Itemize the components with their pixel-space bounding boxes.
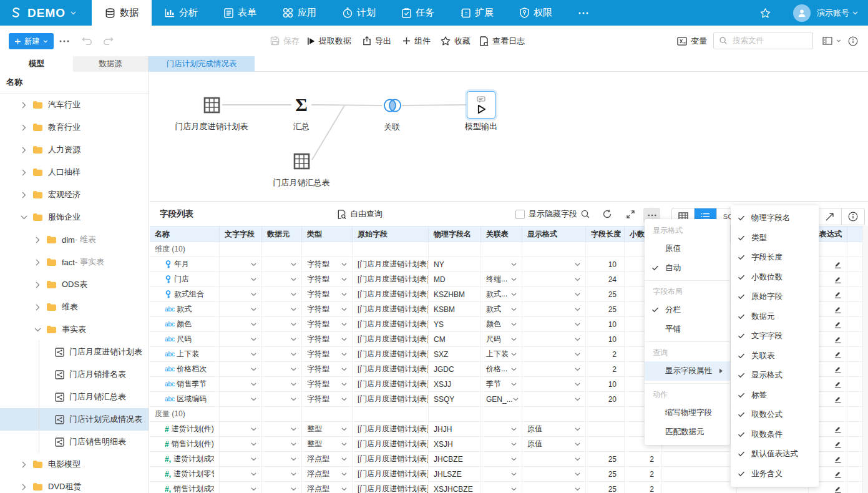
cell-dropdown-icon[interactable]: [251, 457, 256, 461]
cell-dropdown-icon[interactable]: [575, 338, 580, 341]
cell-dropdown-icon[interactable]: [291, 293, 296, 296]
cell-fmt[interactable]: [522, 332, 586, 346]
nav-item-form[interactable]: 表单: [211, 0, 270, 26]
cell-fmt[interactable]: [522, 482, 586, 493]
edit-expression-icon[interactable]: [834, 380, 842, 388]
cell-type[interactable]: 字符型: [302, 362, 353, 376]
node-table[interactable]: [289, 151, 314, 171]
cell-fmt[interactable]: [522, 257, 586, 271]
tree-item[interactable]: 门店月销排名表: [0, 363, 149, 386]
submenu-item[interactable]: 默认值表达式: [731, 444, 819, 464]
column-header-len[interactable]: 字段长度: [586, 227, 625, 242]
chevron-right-icon[interactable]: [20, 147, 27, 154]
cell-dropdown-icon[interactable]: [291, 353, 296, 356]
expand-icon[interactable]: [625, 208, 636, 220]
cell-dropdown-icon[interactable]: [341, 338, 347, 341]
nav-item-permission[interactable]: 权限: [507, 0, 565, 26]
cell-tf[interactable]: [220, 257, 262, 271]
menu-item[interactable]: 显示字段属性: [645, 361, 730, 381]
cell-type[interactable]: 字符型: [302, 257, 353, 271]
tree-item[interactable]: 宏观经济: [0, 183, 149, 206]
tree-item[interactable]: 教育行业: [0, 116, 149, 139]
cell-dropdown-icon[interactable]: [291, 323, 296, 326]
nav-item-analysis[interactable]: 分析: [152, 0, 211, 26]
cell-rel[interactable]: 价格...: [481, 362, 522, 376]
cell-dropdown-icon[interactable]: [341, 472, 347, 476]
info-button[interactable]: [848, 32, 858, 49]
new-button[interactable]: 新建: [9, 33, 54, 49]
cell-rel[interactable]: [481, 257, 522, 271]
tab-view-0[interactable]: 模型: [0, 56, 73, 72]
view-log-button[interactable]: 查看日志: [479, 32, 525, 49]
edit-expression-icon[interactable]: [834, 335, 842, 343]
cell-tf[interactable]: [220, 287, 262, 301]
refresh-icon[interactable]: [602, 208, 613, 220]
cell-dropdown-icon[interactable]: [341, 293, 347, 296]
cell-dropdown-icon[interactable]: [251, 353, 256, 356]
chevron-right-icon[interactable]: [20, 484, 27, 491]
nav-item-extend[interactable]: 扩展: [447, 0, 507, 26]
redo-button[interactable]: [103, 32, 114, 49]
cell-de[interactable]: [262, 422, 302, 436]
submenu-item[interactable]: 取数条件: [731, 425, 819, 445]
cell-dropdown-icon[interactable]: [513, 398, 519, 401]
submenu-item[interactable]: 文字字段: [731, 326, 819, 346]
tree-item[interactable]: 门店月销汇总表: [0, 386, 149, 408]
cell-dropdown-icon[interactable]: [251, 472, 256, 476]
submenu-item[interactable]: 数据元: [731, 307, 819, 327]
cell-de[interactable]: [262, 467, 302, 481]
cell-type[interactable]: 字符型: [302, 272, 353, 286]
cell-dropdown-icon[interactable]: [341, 278, 347, 281]
chevron-right-icon[interactable]: [34, 237, 41, 243]
file-search-input[interactable]: [731, 36, 807, 46]
cell-rel[interactable]: [481, 452, 522, 466]
cell-tf[interactable]: [220, 347, 262, 361]
nav-item-more[interactable]: [565, 0, 602, 26]
cell-dropdown-icon[interactable]: [511, 383, 517, 386]
cell-dropdown-icon[interactable]: [341, 308, 347, 311]
edit-expression-icon[interactable]: [834, 365, 842, 373]
edit-expression-icon[interactable]: [834, 440, 842, 448]
cell-dropdown-icon[interactable]: [291, 308, 296, 311]
cell-fmt[interactable]: [522, 392, 586, 406]
cell-fmt[interactable]: [522, 362, 586, 376]
cell-type[interactable]: 浮点型: [302, 452, 353, 466]
cell-dropdown-icon[interactable]: [251, 427, 256, 431]
tree-item[interactable]: DVD租赁: [0, 476, 149, 493]
cell-de[interactable]: [262, 317, 302, 331]
cell-de[interactable]: [262, 392, 302, 406]
edit-expression-icon[interactable]: [834, 485, 842, 493]
cell-type[interactable]: 字符型: [302, 287, 353, 301]
tree-item[interactable]: 人口抽样: [0, 161, 149, 183]
vertical-scrollbar[interactable]: [862, 226, 868, 493]
column-header-de[interactable]: 数据元: [262, 227, 302, 242]
brand[interactable]: DEMO: [0, 6, 92, 21]
cell-dropdown-icon[interactable]: [575, 487, 580, 491]
cell-dropdown-icon[interactable]: [291, 472, 296, 476]
cell-type[interactable]: 浮点型: [302, 467, 353, 481]
cell-dropdown-icon[interactable]: [341, 457, 347, 461]
cell-de[interactable]: [262, 287, 302, 301]
tab-file[interactable]: 门店计划完成情况表: [149, 56, 255, 72]
chevron-right-icon[interactable]: [20, 192, 27, 198]
cell-de[interactable]: [262, 302, 302, 316]
cell-dropdown-icon[interactable]: [291, 398, 296, 401]
cell-rel[interactable]: [481, 482, 522, 493]
node-table[interactable]: [199, 95, 224, 115]
cell-dropdown-icon[interactable]: [341, 263, 347, 266]
cell-fmt[interactable]: [522, 467, 586, 481]
menu-item[interactable]: 匹配数据元: [645, 422, 730, 442]
cell-rel[interactable]: 终端...: [481, 272, 522, 286]
cell-dropdown-icon[interactable]: [511, 308, 517, 311]
cell-dropdown-icon[interactable]: [341, 353, 347, 356]
nav-item-plan[interactable]: 计划: [329, 0, 389, 26]
column-header-type[interactable]: 类型: [302, 227, 353, 242]
cell-tf[interactable]: [220, 467, 262, 481]
chevron-right-icon[interactable]: [34, 281, 41, 288]
menu-item[interactable]: 平铺: [645, 320, 730, 339]
submenu-item[interactable]: 关联表: [731, 346, 819, 366]
cell-dropdown-icon[interactable]: [511, 278, 517, 281]
cell-dropdown-icon[interactable]: [575, 368, 580, 371]
cell-tf[interactable]: [220, 362, 262, 376]
cell-fmt[interactable]: [522, 347, 586, 361]
